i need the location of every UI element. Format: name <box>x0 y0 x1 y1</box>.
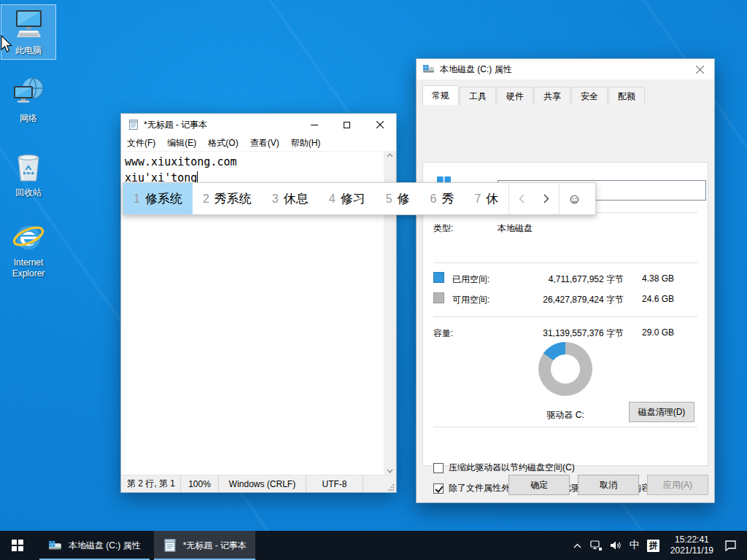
capacity-label: 容量: <box>433 327 453 340</box>
menu-file[interactable]: 文件(F) <box>121 137 161 149</box>
status-cursor-position: 第 2 行, 第 1 <box>121 475 181 492</box>
cancel-button[interactable]: 取消 <box>578 475 639 495</box>
tray-ime-mode[interactable]: 拼 <box>644 531 663 560</box>
notepad-menubar: 文件(F) 编辑(E) 格式(O) 查看(V) 帮助(H) <box>121 136 396 152</box>
tray-network[interactable] <box>587 531 606 560</box>
ime-candidate-2[interactable]: 2秀系统 <box>193 183 262 214</box>
ime-candidate-7[interactable]: 7休 <box>464 183 508 214</box>
used-space-gb: 4.38 GB <box>642 273 674 284</box>
status-encoding: UTF-8 <box>306 475 363 492</box>
close-button[interactable] <box>363 114 396 136</box>
desktop-icon-internet-explorer[interactable]: Internet Explorer <box>1 217 56 286</box>
menu-help[interactable]: 帮助(H) <box>285 137 327 149</box>
chevron-left-icon <box>519 194 525 203</box>
notepad-titlebar[interactable]: *无标题 - 记事本 <box>121 114 396 136</box>
taskbar-item-label: *无标题 - 记事本 <box>183 540 247 552</box>
dialog-titlebar[interactable]: 本地磁盘 (C:) 属性 <box>417 59 714 79</box>
ime-candidate-5[interactable]: 5修 <box>376 183 420 214</box>
taskbar-clock[interactable]: 15:22:41 2021/11/19 <box>663 534 721 556</box>
network-icon <box>11 76 46 111</box>
drive-icon <box>422 64 436 74</box>
scroll-down-icon[interactable] <box>387 469 393 473</box>
scroll-up-icon[interactable] <box>387 153 393 158</box>
this-pc-icon <box>11 8 46 43</box>
notepad-window: *无标题 - 记事本 文件(F) 编辑(E) 格式(O) 查看(V) 帮助(H)… <box>120 113 397 493</box>
tab-general[interactable]: 常规 <box>422 85 459 105</box>
ime-candidate-6[interactable]: 6秀 <box>420 183 465 214</box>
tab-tools[interactable]: 工具 <box>460 87 496 105</box>
network-icon <box>590 540 603 551</box>
desktop-icon-recycle-bin[interactable]: 回收站 <box>1 147 56 203</box>
taskbar-item-label: 本地磁盘 (C:) 属性 <box>69 540 141 552</box>
tab-quota[interactable]: 配额 <box>608 87 645 105</box>
internet-explorer-icon <box>11 220 46 255</box>
ok-button[interactable]: 确定 <box>508 475 570 495</box>
free-space-label: 可用空间: <box>452 294 489 306</box>
apply-button[interactable]: 应用(A) <box>647 475 708 495</box>
ime-candidate-1[interactable]: 1修系统 <box>123 183 193 214</box>
speaker-icon <box>610 540 622 551</box>
ime-emoji-button[interactable]: ☺ <box>560 183 589 214</box>
dialog-tabs: 常规 工具 硬件 共享 安全 配额 <box>417 79 714 105</box>
ime-candidate-3[interactable]: 3休息 <box>262 183 319 214</box>
close-icon <box>376 121 384 128</box>
disk-usage-donut-chart <box>538 342 592 396</box>
desktop-icon-label: 回收站 <box>15 187 42 198</box>
status-zoom-level: 100% <box>181 475 219 492</box>
tab-sharing[interactable]: 共享 <box>534 87 570 105</box>
maximize-button[interactable] <box>330 114 363 136</box>
tray-volume[interactable] <box>606 531 625 560</box>
taskbar-item-disk-properties[interactable]: 本地磁盘 (C:) 属性 <box>39 531 150 560</box>
checkbox-checked[interactable] <box>433 483 444 494</box>
taskbar-item-notepad[interactable]: *无标题 - 记事本 <box>154 531 255 560</box>
free-space-gb: 24.6 GB <box>642 294 674 304</box>
capacity-gb: 29.0 GB <box>642 327 674 338</box>
disk-cleanup-button[interactable]: 磁盘清理(D) <box>629 402 694 422</box>
used-space-bytes: 4,711,677,952 字节 <box>492 273 624 286</box>
close-icon <box>696 66 704 74</box>
menu-format[interactable]: 格式(O) <box>202 137 244 149</box>
ime-candidate-4[interactable]: 4修习 <box>319 183 376 214</box>
tab-hardware[interactable]: 硬件 <box>497 87 533 105</box>
drive-icon <box>48 540 63 552</box>
system-tray: 中 拼 15:22:41 2021/11/19 <box>568 531 747 560</box>
resize-grip[interactable] <box>387 483 395 491</box>
ime-next-page-button[interactable] <box>534 183 559 214</box>
desktop-icon-label: 网络 <box>20 113 37 124</box>
window-title: *无标题 - 记事本 <box>144 119 298 131</box>
text-line-1: www.xiuxitong.com <box>125 155 237 168</box>
type-value: 本地磁盘 <box>498 222 533 235</box>
tray-ime-language[interactable]: 中 <box>625 531 644 560</box>
smiley-icon: ☺ <box>568 191 581 207</box>
free-space-bytes: 26,427,879,424 字节 <box>492 294 624 306</box>
disk-properties-dialog: 本地磁盘 (C:) 属性 常规 工具 硬件 共享 安全 配额 类型: 本地磁盘 … <box>416 58 715 503</box>
start-button[interactable] <box>0 531 35 560</box>
dialog-footer: 确定 取消 应用(A) <box>508 475 708 495</box>
used-space-label: 已用空间: <box>452 273 489 286</box>
pinyin-mode-badge: 拼 <box>647 540 659 552</box>
notepad-icon <box>128 119 139 131</box>
used-space-swatch <box>433 272 444 283</box>
capacity-bytes: 31,139,557,376 字节 <box>492 327 624 340</box>
compress-drive-label: 压缩此驱动器以节约磁盘空间(C) <box>449 462 575 474</box>
clock-time: 15:22:41 <box>670 534 713 545</box>
menu-edit[interactable]: 编辑(E) <box>161 137 202 149</box>
compress-drive-checkbox-row[interactable]: 压缩此驱动器以节约磁盘空间(C) <box>433 462 575 474</box>
desktop-icon-network[interactable]: 网络 <box>1 73 56 128</box>
dialog-close-button[interactable] <box>685 60 714 79</box>
chevron-right-icon <box>543 194 549 203</box>
free-space-swatch <box>433 292 444 303</box>
ime-candidate-bar: 1修系统 2秀系统 3休息 4修习 5修 6秀 7休 ☺ <box>123 182 596 215</box>
tray-overflow-button[interactable] <box>568 531 587 560</box>
dialog-title: 本地磁盘 (C:) 属性 <box>440 63 685 76</box>
ime-prev-page-button[interactable] <box>509 183 534 214</box>
mouse-cursor <box>1 35 12 54</box>
action-center-button[interactable] <box>721 531 740 560</box>
recycle-bin-icon <box>11 150 46 185</box>
chevron-up-icon <box>573 543 581 548</box>
tab-security[interactable]: 安全 <box>571 87 608 105</box>
minimize-button[interactable] <box>298 114 330 136</box>
checkbox-unchecked[interactable] <box>433 463 444 473</box>
menu-view[interactable]: 查看(V) <box>244 137 285 149</box>
status-line-ending: Windows (CRLF) <box>219 475 306 492</box>
